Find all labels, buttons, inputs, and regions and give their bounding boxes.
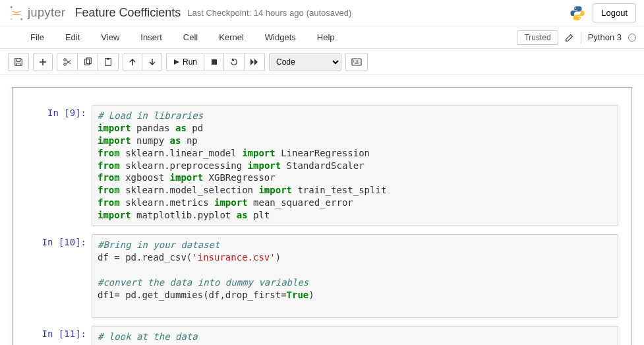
trusted-badge[interactable]: Trusted [517,30,558,45]
code-input[interactable]: # Load in libraries import pandas as pd … [92,105,618,226]
code-cell[interactable]: In [10]:#Bring in your dataset df = pd.r… [18,232,626,321]
move-down-button[interactable] [142,53,162,71]
svg-point-5 [64,63,67,65]
svg-point-2 [11,18,12,20]
code-cell[interactable]: In [9]:# Load in libraries import pandas… [18,102,626,229]
menu-help[interactable]: Help [307,27,345,47]
input-prompt: In [9]: [18,105,92,226]
run-button[interactable]: Run [166,53,204,71]
stop-icon [211,59,218,65]
logout-button[interactable]: Logout [593,3,636,22]
jupyter-logo[interactable]: jupyter [8,5,66,22]
input-prompt: In [10]: [18,234,92,318]
input-prompt: In [11]: [18,326,92,345]
scissors-icon [63,57,72,67]
jupyter-icon [8,5,25,22]
svg-point-0 [11,6,13,8]
move-up-button[interactable] [123,53,142,71]
arrow-up-icon [129,58,136,66]
notebook-scroll[interactable]: In [9]:# Load in libraries import pandas… [0,75,644,345]
pencil-icon[interactable] [565,33,574,42]
logo-text: jupyter [28,6,66,20]
header: jupyter Feature Coefficients Last Checkp… [0,0,644,26]
menu-edit[interactable]: Edit [55,27,90,47]
code-input[interactable]: # look at the data df.head() [92,326,618,345]
paste-button[interactable] [98,53,119,71]
cut-button[interactable] [57,53,78,71]
cell-type-select[interactable]: Code [269,53,341,71]
notebook-title[interactable]: Feature Coefficients [75,6,181,20]
menu-file[interactable]: File [20,27,55,47]
code-input[interactable]: #Bring in your dataset df = pd.read_csv(… [92,234,618,318]
kernel-status-icon [628,34,636,42]
play-icon [173,59,180,65]
run-label: Run [183,57,197,67]
copy-button[interactable] [78,53,98,71]
svg-point-3 [575,7,576,9]
toolbar: Run Code [0,49,644,75]
keyboard-icon [351,58,362,66]
restart-button[interactable] [224,53,245,71]
copy-icon [83,57,92,67]
menu-kernel[interactable]: Kernel [208,27,254,47]
svg-rect-10 [107,57,109,59]
save-button[interactable] [8,53,29,71]
add-cell-button[interactable] [33,53,53,71]
menu-widgets[interactable]: Widgets [254,27,307,47]
clipboard-icon [103,57,113,67]
restart-icon [229,57,239,67]
autosave-text: (autosaved) [307,8,352,18]
arrow-down-icon [148,58,156,66]
python-icon [569,5,586,22]
checkpoint-text: Last Checkpoint: 14 hours ago [187,8,303,18]
svg-point-1 [20,18,22,20]
svg-point-4 [579,17,581,18]
svg-rect-11 [212,59,217,65]
menubar: FileEditViewInsertCellKernelWidgetsHelp … [0,26,644,49]
command-palette-button[interactable] [345,53,368,71]
save-icon [14,57,23,67]
interrupt-button[interactable] [204,53,224,71]
plus-icon [39,58,47,66]
menu-cell[interactable]: Cell [173,27,208,47]
restart-run-all-button[interactable] [245,53,265,71]
code-cell[interactable]: In [11]:# look at the data df.head() [18,323,626,345]
menu-insert[interactable]: Insert [130,27,173,47]
svg-point-6 [64,58,67,61]
notebook: In [9]:# Load in libraries import pandas… [12,87,632,345]
fast-forward-icon [250,58,259,66]
kernel-name[interactable]: Python 3 [588,32,622,42]
menu-view[interactable]: View [90,27,130,47]
